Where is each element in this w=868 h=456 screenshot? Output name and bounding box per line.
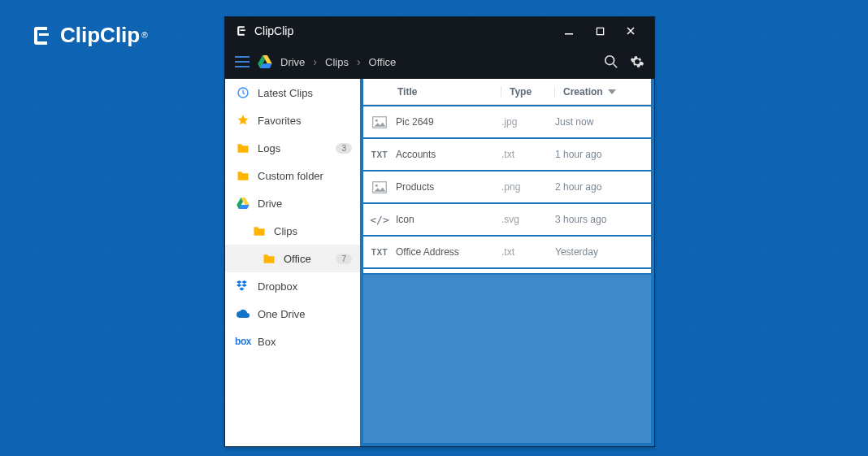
sidebar-item-office[interactable]: Office7 [225,245,360,272]
crumb-office[interactable]: Office [369,56,397,68]
folder-icon [263,252,276,265]
sidebar-item-box[interactable]: boxBox [225,328,360,355]
sidebar-item-label: One Drive [258,308,360,320]
menu-icon[interactable] [235,56,250,67]
table-row[interactable]: Pic 2649.jpgJust now [363,106,651,137]
sidebar-item-custom[interactable]: Custom folder [225,162,360,189]
sidebar-item-latest[interactable]: Latest Clips [225,79,360,106]
sidebar-item-label: Dropbox [258,280,360,293]
toolbar: Drive › Clips › Office [225,45,654,79]
row-type: .png [501,181,555,193]
minimize-button[interactable] [553,17,584,45]
table-row[interactable]: Company's logo.aiYesterday [363,269,651,273]
sidebar-item-label: Box [258,336,360,348]
count-badge: 3 [336,143,352,154]
image-icon [363,181,396,193]
row-title: Products [396,181,501,193]
sidebar: Latest ClipsFavoritesLogs3Custom folderD… [225,79,360,446]
txt-icon: TXT [363,150,396,159]
brand-mark-icon [29,24,54,48]
svg-rect-2 [565,33,573,35]
image-icon [363,116,396,128]
sidebar-item-clips[interactable]: Clips [225,217,360,245]
row-title: Accounts [396,149,501,160]
breadcrumb: Drive › Clips › Office [280,55,596,68]
sidebar-item-label: Logs [258,142,328,154]
col-header-created[interactable]: Creation [555,86,651,98]
sidebar-item-fav[interactable]: Favorites [225,106,360,134]
brand-logo: ClipClip ® [29,23,148,48]
row-created: Just now [555,116,651,128]
row-title: Icon [396,214,501,225]
chevron-right-icon: › [357,55,361,68]
app-window: ClipClip Drive › Clips › Office [224,16,655,447]
svg-rect-1 [240,29,245,31]
crumb-drive[interactable]: Drive [280,56,305,68]
folder-icon [237,141,250,154]
row-created: 1 hour ago [555,149,651,160]
table-row[interactable]: TXTOffice Address.txtYesterday [363,237,651,267]
svg-point-7 [375,119,378,121]
sidebar-item-label: Drive [258,198,360,210]
gdrive-icon [237,197,250,210]
app-logo-icon [235,24,248,37]
dropbox-icon [237,280,250,293]
txt-icon: TXT [363,248,396,257]
row-title: Office Address [396,246,501,258]
titlebar[interactable]: ClipClip [225,17,654,45]
brand-registered: ® [141,31,147,40]
star-icon [237,114,250,127]
count-badge: 7 [336,254,352,264]
folder-icon [237,169,250,182]
onedrive-icon [237,307,250,320]
svg-point-9 [375,184,378,186]
row-created: Yesterday [555,246,651,258]
sidebar-item-label: Office [284,253,328,265]
folder-icon [253,224,266,237]
col-header-type[interactable]: Type [501,86,555,98]
sidebar-item-label: Latest Clips [258,87,360,99]
table-row[interactable]: Products.png2 hour ago [363,172,651,202]
brand-name: ClipClip [60,23,140,48]
file-list-panel: Title Type Creation Pic 2649.jpgJust now… [360,79,654,446]
gdrive-icon [258,55,272,68]
row-type: .jpg [501,116,555,128]
clock-icon [237,86,250,99]
sidebar-item-onedrive[interactable]: One Drive [225,300,360,328]
search-icon[interactable] [604,54,618,69]
svg-rect-3 [597,28,603,34]
svg-rect-0 [39,33,49,36]
sidebar-item-logs[interactable]: Logs3 [225,134,360,162]
sidebar-item-label: Custom folder [258,170,360,182]
window-title: ClipClip [254,24,553,37]
sidebar-item-label: Favorites [258,115,360,127]
row-type: .svg [501,214,555,225]
sidebar-item-drive[interactable]: Drive [225,189,360,217]
col-header-title[interactable]: Title [363,86,501,98]
row-type: .txt [501,246,555,258]
row-created: 3 hours ago [555,214,651,225]
table-row[interactable]: TXTAccounts.txt1 hour ago [363,139,651,170]
settings-icon[interactable] [630,54,644,69]
row-title: Pic 2649 [396,116,501,128]
sidebar-item-dropbox[interactable]: Dropbox [225,272,360,300]
row-created: 2 hour ago [555,181,651,193]
crumb-clips[interactable]: Clips [325,56,349,68]
maximize-button[interactable] [584,17,615,45]
code-icon: </> [363,214,396,226]
svg-point-4 [605,56,614,65]
list-empty-area [363,275,651,443]
row-type: .txt [501,149,555,160]
close-button[interactable] [615,17,646,45]
column-header-row: Title Type Creation [363,79,651,105]
box-icon: box [237,335,250,348]
table-row[interactable]: </>Icon.svg3 hours ago [363,204,651,235]
chevron-down-icon [608,89,616,94]
chevron-right-icon: › [313,55,317,68]
sidebar-item-label: Clips [274,225,360,237]
